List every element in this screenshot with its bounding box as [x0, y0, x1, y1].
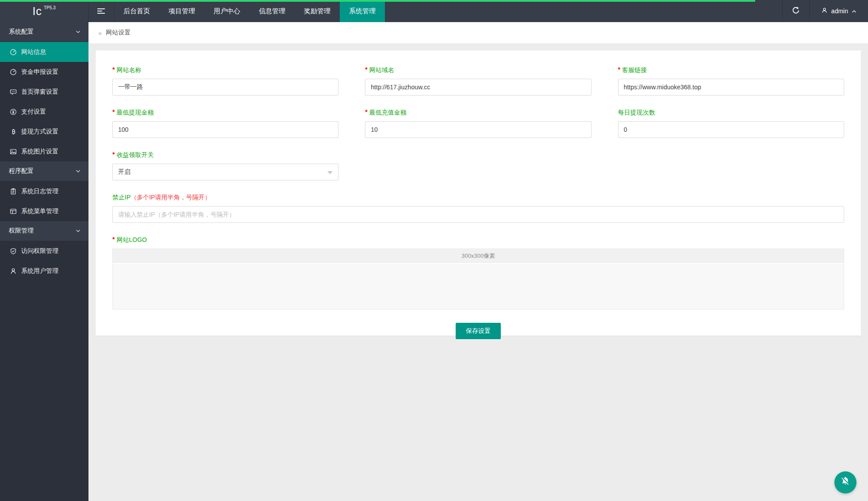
field-service-link: *客服链接 [618, 66, 844, 96]
item-label: 网站信息 [21, 48, 46, 56]
logo-upload-area[interactable]: 300x300像素 [112, 249, 844, 310]
sidebar-item-fund-declare[interactable]: 资金申报设置 [0, 62, 88, 82]
sidebar-collapse-button[interactable] [88, 0, 114, 22]
item-label: 资金申报设置 [21, 68, 58, 76]
sidebar-item-access-permissions[interactable]: 访问权限管理 [0, 241, 88, 261]
logo-version: TP5.3 [44, 5, 56, 10]
site-name-input[interactable] [112, 79, 338, 96]
upload-dropzone[interactable] [113, 264, 844, 309]
breadcrumb: » 网站设置 [88, 22, 868, 43]
top-nav-menu: 后台首页 项目管理 用户中心 信息管理 奖励管理 系统管理 [114, 0, 385, 22]
chevron-down-icon [76, 30, 81, 34]
sidebar-group-system-config[interactable]: 系统配置 [0, 22, 88, 42]
required-asterisk: * [112, 66, 115, 73]
field-forbidden-ip: 禁止IP（多个IP请用半角，号隔开） [112, 194, 844, 223]
nav-tab-home[interactable]: 后台首页 [114, 0, 159, 22]
chevron-down-icon [327, 171, 333, 174]
save-settings-button[interactable]: 保存设置 [456, 323, 501, 339]
item-label: 系统用户管理 [21, 267, 58, 275]
sidebar-item-system-menus[interactable]: 系统菜单管理 [0, 201, 88, 221]
field-daily-withdraw-times: 每日提现次数 [618, 109, 844, 138]
field-min-recharge: *最低充值金额 [365, 109, 591, 138]
field-label: *网站域名 [365, 66, 591, 74]
nav-tab-system[interactable]: 系统管理 [340, 0, 385, 22]
nav-tab-reward[interactable]: 奖励管理 [295, 0, 340, 22]
field-profit-switch: *收益领取开关 开启 [112, 151, 338, 180]
sidebar-item-payment[interactable]: 支付设置 [0, 102, 88, 122]
item-label: 首页弹窗设置 [21, 88, 58, 96]
field-label: *收益领取开关 [112, 151, 338, 159]
field-site-domain: *网站域名 [365, 66, 591, 96]
required-asterisk: * [618, 66, 620, 73]
content-area: *网站名称 *网站域名 *客服链接 [88, 43, 868, 501]
required-asterisk: * [112, 151, 115, 158]
sidebar-item-system-logs[interactable]: 系统日志管理 [0, 181, 88, 201]
item-label: 提现方式设置 [21, 128, 58, 136]
settings-form-card: *网站名称 *网站域名 *客服链接 [96, 50, 861, 336]
notification-toggle-button[interactable] [834, 471, 856, 493]
shield-check-icon [10, 248, 17, 255]
nav-tab-info[interactable]: 信息管理 [250, 0, 295, 22]
field-label: 禁止IP（多个IP请用半角，号隔开） [112, 194, 844, 202]
main-area: » 网站设置 *网站名称 *网站域名 [88, 22, 868, 501]
sidebar: 系统配置 网站信息 资金申报设置 [0, 22, 88, 501]
sidebar-group-program-config[interactable]: 程序配置 [0, 161, 88, 181]
body-row: 系统配置 网站信息 资金申报设置 [0, 22, 868, 501]
min-recharge-input[interactable] [365, 121, 591, 138]
field-label: *网站LOGO [112, 236, 844, 244]
app-logo: Ic TP5.3 [0, 0, 88, 22]
item-label: 系统日志管理 [21, 187, 58, 195]
field-label: *最低充值金额 [365, 109, 591, 117]
item-label: 系统图片设置 [21, 148, 58, 156]
clipboard-log-icon [10, 188, 17, 195]
sidebar-item-system-users[interactable]: 系统用户管理 [0, 261, 88, 281]
user-icon [10, 268, 17, 275]
window-layout-icon [10, 208, 17, 215]
profit-switch-select[interactable]: 开启 [112, 164, 338, 180]
field-site-logo: *网站LOGO 300x300像素 [112, 236, 844, 310]
field-label: *网站名称 [112, 66, 338, 74]
nav-tab-project[interactable]: 项目管理 [159, 0, 204, 22]
page-loading-progress-bar [0, 0, 755, 2]
hamburger-icon [97, 13, 105, 14]
required-asterisk: * [112, 108, 115, 115]
username-label: admin [831, 8, 848, 15]
item-label: 系统菜单管理 [21, 207, 58, 215]
sidebar-group-permissions[interactable]: 权限管理 [0, 221, 88, 241]
hamburger-icon [97, 8, 105, 9]
field-label: *最低提现金额 [112, 109, 338, 117]
topbar-right: admin [782, 0, 868, 22]
sidebar-item-home-popup[interactable]: 首页弹窗设置 [0, 82, 88, 102]
nav-tab-user-center[interactable]: 用户中心 [204, 0, 250, 22]
group-label: 程序配置 [9, 167, 34, 175]
field-label: 每日提现次数 [618, 109, 844, 117]
site-domain-input[interactable] [365, 79, 591, 96]
item-label: 访问权限管理 [21, 247, 58, 255]
popup-comment-icon [10, 88, 17, 96]
refresh-button[interactable] [782, 0, 810, 22]
forbidden-ip-input[interactable] [112, 206, 844, 223]
group-label: 权限管理 [9, 227, 34, 235]
hamburger-icon [97, 11, 102, 11]
field-note: （多个IP请用半角，号隔开） [131, 194, 211, 201]
select-value: 开启 [118, 168, 131, 176]
field-site-name: *网站名称 [112, 66, 338, 96]
bitcoin-icon [10, 128, 17, 135]
page-title: 网站设置 [106, 29, 131, 37]
image-icon [10, 148, 17, 155]
field-min-withdraw: *最低提现金额 [112, 109, 338, 138]
sidebar-item-withdraw-method[interactable]: 提现方式设置 [0, 122, 88, 142]
required-asterisk: * [365, 108, 367, 115]
upload-size-hint: 300x300像素 [113, 249, 844, 264]
daily-withdraw-times-input[interactable] [618, 121, 844, 138]
refresh-icon [792, 6, 800, 16]
chevron-up-icon [852, 8, 856, 15]
sidebar-item-site-info[interactable]: 网站信息 [0, 42, 88, 62]
service-link-input[interactable] [618, 79, 844, 96]
user-menu[interactable]: admin [810, 0, 868, 22]
gauge-icon [10, 69, 17, 76]
gauge-icon [10, 49, 17, 56]
sidebar-item-system-images[interactable]: 系统图片设置 [0, 142, 88, 161]
chevron-down-icon [76, 229, 81, 233]
min-withdraw-input[interactable] [112, 121, 338, 138]
